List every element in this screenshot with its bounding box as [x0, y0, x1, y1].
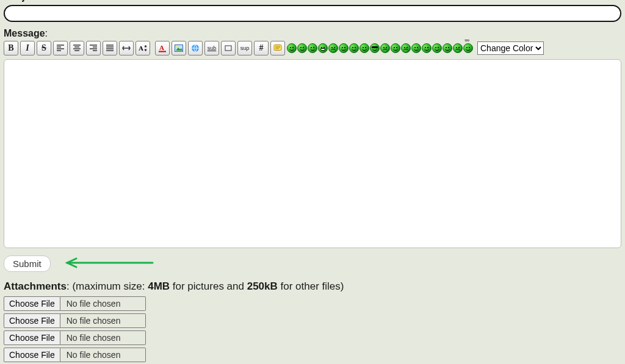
file-status: No file chosen	[60, 296, 146, 311]
svg-marker-19	[145, 49, 146, 51]
svg-rect-26	[225, 46, 231, 51]
smiley-annoyed-icon[interactable]	[380, 43, 390, 53]
submit-button[interactable]: Submit	[4, 255, 51, 272]
choose-file-button[interactable]: Choose File	[4, 348, 60, 362]
smiley-row: ???	[287, 43, 473, 53]
message-textarea[interactable]	[4, 59, 621, 248]
choose-file-button[interactable]: Choose File	[4, 296, 60, 311]
horizontal-width-button[interactable]	[119, 41, 134, 55]
file-status: No file chosen	[60, 313, 146, 328]
file-status: No file chosen	[60, 330, 146, 345]
subject-label-row: Subject:	[4, 0, 621, 2]
attachments-hint: Attachments: (maximum size: 4MB for pict…	[4, 280, 621, 293]
smiley-laugh-icon[interactable]	[411, 43, 421, 53]
align-right-button[interactable]	[86, 41, 101, 55]
smiley-surprised-icon[interactable]	[349, 43, 359, 53]
font-color-button[interactable]: A	[155, 41, 170, 55]
svg-text:A: A	[139, 45, 143, 52]
smiley-huh-icon[interactable]: ???	[463, 43, 473, 53]
file-rows: Choose FileNo file chosenChoose FileNo f…	[4, 296, 621, 362]
file-picker: Choose FileNo file chosen	[4, 296, 621, 311]
align-left-button[interactable]	[53, 41, 68, 55]
subscript-button[interactable]: sub	[204, 41, 219, 55]
smiley-smirk-icon[interactable]	[297, 43, 307, 53]
superscript-button-2[interactable]	[221, 41, 236, 55]
file-status: No file chosen	[60, 348, 146, 362]
smiley-wink-icon[interactable]	[422, 43, 432, 53]
bold-button[interactable]: B	[4, 41, 18, 55]
font-size-button[interactable]: A	[135, 41, 150, 55]
smiley-frown-icon[interactable]	[328, 43, 338, 53]
arrow-annotation-icon	[58, 257, 156, 271]
insert-image-button[interactable]	[172, 41, 186, 55]
svg-text:A: A	[159, 44, 164, 51]
quote-button[interactable]	[270, 41, 285, 55]
file-picker: Choose FileNo file chosen	[4, 313, 621, 328]
choose-file-button[interactable]: Choose File	[4, 330, 60, 345]
italic-button[interactable]: I	[20, 41, 35, 55]
message-label-row: Message:	[4, 28, 621, 39]
align-justify-button[interactable]	[103, 41, 117, 55]
color-select[interactable]: Change Color	[477, 41, 544, 55]
smiley-confused-icon[interactable]	[432, 43, 442, 53]
submit-row: Submit	[4, 255, 621, 272]
svg-marker-18	[145, 45, 146, 47]
attachments-label: Attachments	[4, 280, 67, 292]
file-picker: Choose FileNo file chosen	[4, 330, 621, 345]
smiley-content-icon[interactable]	[308, 43, 317, 53]
smiley-content2-icon[interactable]	[339, 43, 349, 53]
smiley-angry-icon[interactable]	[453, 43, 463, 53]
message-label: Message	[4, 28, 45, 38]
smiley-sly-icon[interactable]	[443, 43, 452, 53]
hash-button[interactable]: #	[254, 41, 269, 55]
svg-rect-21	[159, 51, 166, 52]
smiley-sad-icon[interactable]	[401, 43, 411, 53]
align-center-button[interactable]	[70, 41, 84, 55]
smiley-grin-icon[interactable]	[318, 43, 328, 53]
smiley-smile-icon[interactable]	[287, 43, 297, 53]
smiley-cool-icon[interactable]	[370, 43, 380, 53]
insert-link-button[interactable]	[188, 41, 203, 55]
smiley-bored-icon[interactable]	[359, 43, 369, 53]
file-picker: Choose FileNo file chosen	[4, 348, 621, 362]
smiley-tongue-icon[interactable]	[391, 43, 400, 53]
strikethrough-button[interactable]: S	[37, 41, 51, 55]
subject-label: Subject	[4, 0, 39, 2]
editor-toolbar: B I S A A sub	[4, 41, 621, 55]
svg-point-23	[176, 46, 178, 48]
choose-file-button[interactable]: Choose File	[4, 313, 60, 328]
superscript-button[interactable]: sup	[237, 41, 252, 55]
subject-input[interactable]	[4, 5, 621, 22]
